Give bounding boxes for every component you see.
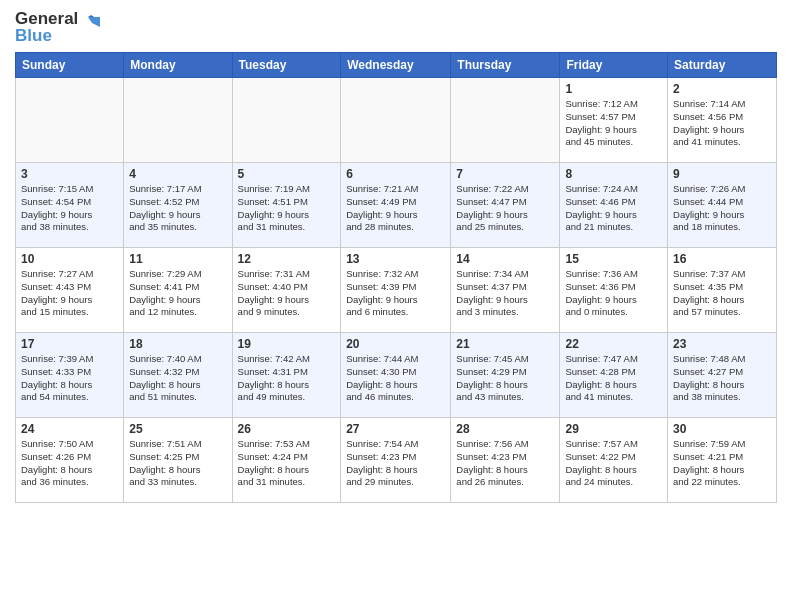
page-container: General Blue SundayMondayTuesdayWednesda… — [0, 0, 792, 513]
calendar-cell: 7Sunrise: 7:22 AM Sunset: 4:47 PM Daylig… — [451, 163, 560, 248]
calendar-cell — [232, 78, 341, 163]
calendar-week-row: 1Sunrise: 7:12 AM Sunset: 4:57 PM Daylig… — [16, 78, 777, 163]
day-number: 25 — [129, 422, 226, 436]
day-number: 19 — [238, 337, 336, 351]
day-number: 2 — [673, 82, 771, 96]
calendar-cell: 12Sunrise: 7:31 AM Sunset: 4:40 PM Dayli… — [232, 248, 341, 333]
calendar-table: SundayMondayTuesdayWednesdayThursdayFrid… — [15, 52, 777, 503]
day-info: Sunrise: 7:54 AM Sunset: 4:23 PM Dayligh… — [346, 438, 445, 489]
day-number: 23 — [673, 337, 771, 351]
day-number: 6 — [346, 167, 445, 181]
day-number: 24 — [21, 422, 118, 436]
logo-text-block: General Blue — [15, 10, 78, 44]
calendar-cell: 24Sunrise: 7:50 AM Sunset: 4:26 PM Dayli… — [16, 418, 124, 503]
day-info: Sunrise: 7:19 AM Sunset: 4:51 PM Dayligh… — [238, 183, 336, 234]
day-number: 11 — [129, 252, 226, 266]
logo-blue: Blue — [15, 27, 52, 44]
day-number: 18 — [129, 337, 226, 351]
day-number: 14 — [456, 252, 554, 266]
calendar-cell: 25Sunrise: 7:51 AM Sunset: 4:25 PM Dayli… — [124, 418, 232, 503]
weekday-header: Tuesday — [232, 53, 341, 78]
day-number: 30 — [673, 422, 771, 436]
weekday-header: Saturday — [668, 53, 777, 78]
calendar-cell: 6Sunrise: 7:21 AM Sunset: 4:49 PM Daylig… — [341, 163, 451, 248]
calendar-cell: 17Sunrise: 7:39 AM Sunset: 4:33 PM Dayli… — [16, 333, 124, 418]
svg-marker-1 — [88, 15, 94, 17]
day-number: 29 — [565, 422, 662, 436]
day-number: 7 — [456, 167, 554, 181]
weekday-header: Friday — [560, 53, 668, 78]
day-info: Sunrise: 7:24 AM Sunset: 4:46 PM Dayligh… — [565, 183, 662, 234]
calendar-cell: 8Sunrise: 7:24 AM Sunset: 4:46 PM Daylig… — [560, 163, 668, 248]
calendar-cell: 14Sunrise: 7:34 AM Sunset: 4:37 PM Dayli… — [451, 248, 560, 333]
calendar-cell: 29Sunrise: 7:57 AM Sunset: 4:22 PM Dayli… — [560, 418, 668, 503]
day-info: Sunrise: 7:37 AM Sunset: 4:35 PM Dayligh… — [673, 268, 771, 319]
day-number: 5 — [238, 167, 336, 181]
day-number: 4 — [129, 167, 226, 181]
day-info: Sunrise: 7:29 AM Sunset: 4:41 PM Dayligh… — [129, 268, 226, 319]
day-info: Sunrise: 7:48 AM Sunset: 4:27 PM Dayligh… — [673, 353, 771, 404]
day-info: Sunrise: 7:42 AM Sunset: 4:31 PM Dayligh… — [238, 353, 336, 404]
calendar-cell: 15Sunrise: 7:36 AM Sunset: 4:36 PM Dayli… — [560, 248, 668, 333]
calendar-cell: 9Sunrise: 7:26 AM Sunset: 4:44 PM Daylig… — [668, 163, 777, 248]
calendar-cell: 26Sunrise: 7:53 AM Sunset: 4:24 PM Dayli… — [232, 418, 341, 503]
day-number: 17 — [21, 337, 118, 351]
calendar-cell: 18Sunrise: 7:40 AM Sunset: 4:32 PM Dayli… — [124, 333, 232, 418]
day-number: 15 — [565, 252, 662, 266]
calendar-cell — [16, 78, 124, 163]
day-info: Sunrise: 7:39 AM Sunset: 4:33 PM Dayligh… — [21, 353, 118, 404]
day-info: Sunrise: 7:12 AM Sunset: 4:57 PM Dayligh… — [565, 98, 662, 149]
day-info: Sunrise: 7:53 AM Sunset: 4:24 PM Dayligh… — [238, 438, 336, 489]
calendar-cell: 20Sunrise: 7:44 AM Sunset: 4:30 PM Dayli… — [341, 333, 451, 418]
day-info: Sunrise: 7:51 AM Sunset: 4:25 PM Dayligh… — [129, 438, 226, 489]
day-info: Sunrise: 7:57 AM Sunset: 4:22 PM Dayligh… — [565, 438, 662, 489]
calendar-cell — [341, 78, 451, 163]
calendar-cell: 1Sunrise: 7:12 AM Sunset: 4:57 PM Daylig… — [560, 78, 668, 163]
day-number: 9 — [673, 167, 771, 181]
day-number: 12 — [238, 252, 336, 266]
day-info: Sunrise: 7:45 AM Sunset: 4:29 PM Dayligh… — [456, 353, 554, 404]
calendar-cell — [451, 78, 560, 163]
day-number: 10 — [21, 252, 118, 266]
calendar-week-row: 10Sunrise: 7:27 AM Sunset: 4:43 PM Dayli… — [16, 248, 777, 333]
weekday-header: Sunday — [16, 53, 124, 78]
day-info: Sunrise: 7:47 AM Sunset: 4:28 PM Dayligh… — [565, 353, 662, 404]
calendar-cell — [124, 78, 232, 163]
weekday-header: Thursday — [451, 53, 560, 78]
day-info: Sunrise: 7:31 AM Sunset: 4:40 PM Dayligh… — [238, 268, 336, 319]
day-number: 21 — [456, 337, 554, 351]
day-info: Sunrise: 7:32 AM Sunset: 4:39 PM Dayligh… — [346, 268, 445, 319]
logo: General Blue — [15, 10, 104, 44]
calendar-cell: 21Sunrise: 7:45 AM Sunset: 4:29 PM Dayli… — [451, 333, 560, 418]
calendar-week-row: 24Sunrise: 7:50 AM Sunset: 4:26 PM Dayli… — [16, 418, 777, 503]
day-info: Sunrise: 7:36 AM Sunset: 4:36 PM Dayligh… — [565, 268, 662, 319]
day-info: Sunrise: 7:40 AM Sunset: 4:32 PM Dayligh… — [129, 353, 226, 404]
calendar-cell: 13Sunrise: 7:32 AM Sunset: 4:39 PM Dayli… — [341, 248, 451, 333]
day-number: 26 — [238, 422, 336, 436]
day-number: 1 — [565, 82, 662, 96]
day-number: 22 — [565, 337, 662, 351]
day-number: 28 — [456, 422, 554, 436]
calendar-cell: 28Sunrise: 7:56 AM Sunset: 4:23 PM Dayli… — [451, 418, 560, 503]
calendar-cell: 16Sunrise: 7:37 AM Sunset: 4:35 PM Dayli… — [668, 248, 777, 333]
day-info: Sunrise: 7:34 AM Sunset: 4:37 PM Dayligh… — [456, 268, 554, 319]
calendar-cell: 11Sunrise: 7:29 AM Sunset: 4:41 PM Dayli… — [124, 248, 232, 333]
day-info: Sunrise: 7:22 AM Sunset: 4:47 PM Dayligh… — [456, 183, 554, 234]
day-number: 13 — [346, 252, 445, 266]
day-info: Sunrise: 7:27 AM Sunset: 4:43 PM Dayligh… — [21, 268, 118, 319]
day-number: 3 — [21, 167, 118, 181]
day-info: Sunrise: 7:50 AM Sunset: 4:26 PM Dayligh… — [21, 438, 118, 489]
day-number: 8 — [565, 167, 662, 181]
day-info: Sunrise: 7:15 AM Sunset: 4:54 PM Dayligh… — [21, 183, 118, 234]
day-number: 20 — [346, 337, 445, 351]
header: General Blue — [15, 10, 777, 44]
calendar-cell: 4Sunrise: 7:17 AM Sunset: 4:52 PM Daylig… — [124, 163, 232, 248]
weekday-header: Wednesday — [341, 53, 451, 78]
logo-bird-icon — [80, 13, 104, 37]
logo-general: General — [15, 10, 78, 27]
day-info: Sunrise: 7:26 AM Sunset: 4:44 PM Dayligh… — [673, 183, 771, 234]
day-info: Sunrise: 7:17 AM Sunset: 4:52 PM Dayligh… — [129, 183, 226, 234]
calendar-header-row: SundayMondayTuesdayWednesdayThursdayFrid… — [16, 53, 777, 78]
calendar-cell: 2Sunrise: 7:14 AM Sunset: 4:56 PM Daylig… — [668, 78, 777, 163]
calendar-week-row: 17Sunrise: 7:39 AM Sunset: 4:33 PM Dayli… — [16, 333, 777, 418]
